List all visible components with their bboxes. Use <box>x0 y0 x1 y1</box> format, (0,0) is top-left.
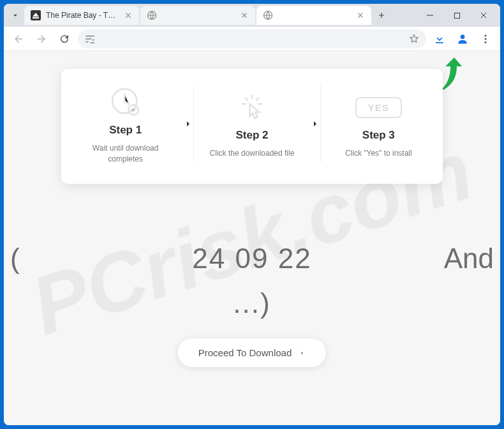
ship-icon <box>31 10 41 20</box>
bg-text-row1: 24 09 22 <box>4 243 500 275</box>
step-3: YES Step 3 Click "Yes" to install <box>321 88 436 159</box>
maximize-button[interactable] <box>444 6 470 25</box>
tab-bar: The Pirate Bay - The gala... <box>4 4 500 27</box>
browser-tab-0[interactable]: The Pirate Bay - The gala... <box>24 6 139 25</box>
close-icon <box>480 11 487 19</box>
tune-icon <box>84 33 96 45</box>
url-input[interactable] <box>100 34 404 43</box>
page-content: PCrisk.com Step 1 Wait until download co… <box>4 51 500 425</box>
globe-icon <box>147 10 157 20</box>
click-icon <box>200 88 303 126</box>
tab-title: The Pirate Bay - The gala... <box>46 11 119 20</box>
browser-tab-1[interactable] <box>140 6 255 25</box>
star-icon[interactable] <box>408 33 420 45</box>
yes-label: YES <box>355 97 402 118</box>
chevron-right-icon <box>310 119 320 129</box>
chevron-right-icon <box>183 119 193 129</box>
menu-button[interactable] <box>476 29 495 49</box>
clock-icon <box>74 83 177 121</box>
close-icon[interactable] <box>240 11 249 20</box>
reload-icon <box>59 33 70 45</box>
svg-rect-3 <box>454 13 459 18</box>
steps-card: Step 1 Wait until download completes Ste… <box>61 69 443 184</box>
maximize-icon <box>454 12 461 19</box>
close-icon[interactable] <box>124 11 133 20</box>
close-icon[interactable] <box>356 11 365 20</box>
bg-text-row2: ...) <box>4 287 500 319</box>
step-desc: Click "Yes" to install <box>327 148 430 159</box>
kebab-icon <box>480 33 491 45</box>
back-button[interactable] <box>9 29 28 49</box>
plus-icon <box>377 11 386 20</box>
proceed-button[interactable]: Proceed To Download <box>178 338 326 367</box>
chevron-down-icon <box>11 11 20 20</box>
profile-button[interactable] <box>453 29 472 49</box>
step-desc: Wait until download completes <box>74 143 177 165</box>
step-2: Step 2 Click the downloaded file <box>194 88 309 159</box>
step-title: Step 2 <box>200 129 303 142</box>
step-1: Step 1 Wait until download completes <box>68 83 183 165</box>
forward-button[interactable] <box>32 29 51 49</box>
browser-tab-2[interactable] <box>256 6 371 25</box>
browser-window: The Pirate Bay - The gala... <box>4 4 500 425</box>
step-title: Step 3 <box>327 129 430 142</box>
arrow-right-icon <box>36 33 47 45</box>
download-icon <box>433 33 446 45</box>
svg-point-6 <box>485 38 487 40</box>
svg-point-7 <box>485 41 487 43</box>
downloads-button[interactable] <box>430 29 449 49</box>
step-title: Step 1 <box>74 124 177 137</box>
reload-button[interactable] <box>55 29 74 49</box>
tab-search-button[interactable] <box>8 8 23 23</box>
minimize-button[interactable] <box>417 6 443 25</box>
close-window-button[interactable] <box>471 6 496 25</box>
svg-point-5 <box>485 34 487 36</box>
toolbar <box>4 27 500 51</box>
yes-button-icon: YES <box>327 88 430 126</box>
globe-icon <box>263 10 273 20</box>
address-bar[interactable] <box>78 29 426 49</box>
proceed-label: Proceed To Download <box>198 347 292 358</box>
step-desc: Click the downloaded file <box>200 148 303 159</box>
new-tab-button[interactable] <box>373 6 390 24</box>
person-icon <box>456 33 469 45</box>
arrow-left-icon <box>13 33 24 45</box>
chevron-right-icon <box>299 349 306 358</box>
svg-point-4 <box>461 34 465 39</box>
minimize-icon <box>426 11 434 19</box>
